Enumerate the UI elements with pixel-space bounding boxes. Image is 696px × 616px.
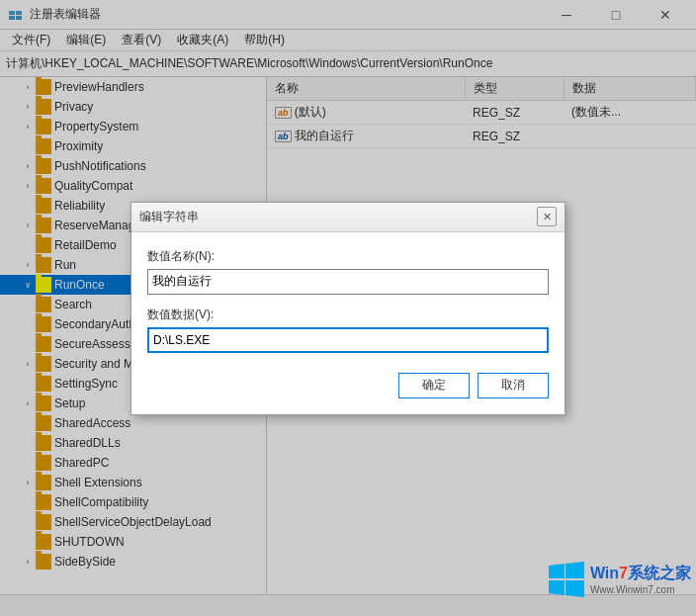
- name-input[interactable]: [147, 269, 549, 295]
- watermark-text: Win7系统之家 Www.Winwin7.com: [590, 564, 691, 595]
- ok-button[interactable]: 确定: [398, 373, 470, 398]
- dialog-title-text: 编辑字符串: [139, 209, 199, 225]
- watermark-line1: Win7系统之家: [590, 564, 691, 584]
- modal-overlay: 编辑字符串 ✕ 数值名称(N): 数值数据(V): 确定 取消: [0, 0, 696, 616]
- cancel-button[interactable]: 取消: [478, 373, 549, 398]
- svg-marker-7: [566, 580, 584, 597]
- edit-string-dialog: 编辑字符串 ✕ 数值名称(N): 数值数据(V): 确定 取消: [130, 202, 566, 415]
- watermark: Win7系统之家 Www.Winwin7.com: [533, 562, 691, 611]
- data-label: 数值数据(V):: [147, 307, 549, 323]
- svg-marker-5: [566, 562, 584, 578]
- dialog-close-button[interactable]: ✕: [537, 207, 557, 226]
- windows-logo: [549, 562, 584, 597]
- watermark-accent: 7: [619, 565, 628, 581]
- dialog-buttons: 确定 取消: [147, 369, 549, 398]
- dialog-title-bar: 编辑字符串 ✕: [131, 203, 565, 232]
- name-label: 数值名称(N):: [147, 248, 549, 265]
- svg-marker-4: [549, 564, 565, 578]
- svg-marker-6: [549, 580, 565, 595]
- watermark-line2: Www.Winwin7.com: [590, 584, 675, 595]
- watermark-brand: Win7系统之家 Www.Winwin7.com: [549, 562, 691, 597]
- dialog-body: 数值名称(N): 数值数据(V): 确定 取消: [131, 232, 565, 414]
- data-input[interactable]: [147, 327, 549, 353]
